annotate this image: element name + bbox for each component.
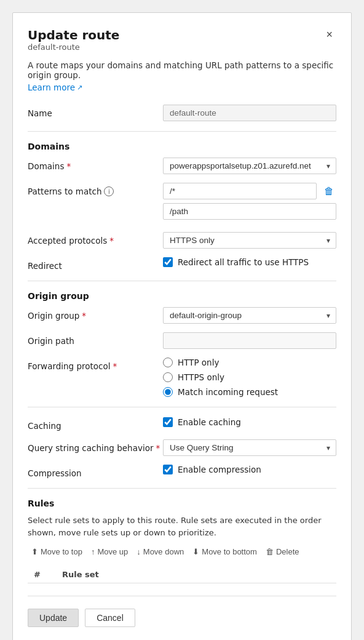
- name-label: Name: [28, 105, 163, 118]
- forwarding-match-radio[interactable]: [163, 387, 173, 397]
- forwarding-protocol-row: Forwarding protocol * HTTP only HTTPS on…: [28, 358, 336, 397]
- forwarding-protocol-control: HTTP only HTTPS only Match incoming requ…: [163, 358, 336, 397]
- origin-path-input[interactable]: [163, 332, 336, 349]
- pattern-input-2[interactable]: [163, 203, 336, 220]
- query-string-select[interactable]: Use Query String: [163, 439, 336, 456]
- panel-subtitle: default-route: [28, 42, 119, 52]
- pattern-input-1[interactable]: [163, 183, 317, 199]
- origin-path-row: Origin path: [28, 332, 336, 349]
- delete-pattern-1-button[interactable]: 🗑: [322, 185, 336, 198]
- origin-path-label: Origin path: [28, 332, 163, 346]
- enable-compression-row: Enable compression: [163, 465, 336, 474]
- origin-group-section-heading: Origin group: [28, 291, 336, 301]
- cancel-button[interactable]: Cancel: [85, 609, 135, 627]
- enable-caching-checkbox[interactable]: [163, 417, 173, 427]
- divider-1: [28, 131, 336, 132]
- panel-footer: Update Cancel: [28, 596, 336, 627]
- enable-caching-label: Enable caching: [178, 417, 241, 427]
- origin-group-required: *: [82, 311, 86, 321]
- domains-section-heading: Domains: [28, 142, 336, 151]
- query-string-label: Query string caching behavior *: [28, 439, 163, 453]
- query-string-control: Use Query String ▾: [163, 439, 336, 456]
- domains-row: Domains * powerappsportalsetup.z01.azure…: [28, 158, 336, 174]
- update-route-panel: Update route default-route × A route map…: [12, 12, 352, 640]
- patterns-label: Patterns to match i: [28, 183, 163, 196]
- compression-control: Enable compression: [163, 465, 336, 474]
- enable-compression-label: Enable compression: [178, 465, 261, 474]
- update-button[interactable]: Update: [28, 609, 79, 627]
- forwarding-https-radio[interactable]: [163, 372, 173, 382]
- forwarding-protocol-label: Forwarding protocol *: [28, 358, 163, 371]
- move-up-label: Move up: [97, 547, 128, 556]
- forwarding-radio-group: HTTP only HTTPS only Match incoming requ…: [163, 358, 336, 397]
- domains-required: *: [66, 161, 71, 171]
- divider-2: [28, 281, 336, 281]
- patterns-info-icon[interactable]: i: [104, 186, 114, 196]
- panel-header: Update route default-route ×: [28, 28, 336, 58]
- rules-section-heading: Rules: [28, 498, 336, 508]
- divider-3: [28, 407, 336, 407]
- delete-rule-icon: 🗑: [266, 547, 274, 556]
- origin-group-select[interactable]: default-origin-group: [163, 307, 336, 324]
- domains-label: Domains *: [28, 158, 163, 171]
- rules-table-header: # Rule set: [28, 566, 336, 583]
- name-row: Name: [28, 105, 336, 121]
- redirect-row: Redirect Redirect all traffic to use HTT…: [28, 257, 336, 271]
- domains-select[interactable]: powerappsportalsetup.z01.azurefd.net: [163, 158, 336, 174]
- divider-4: [28, 488, 336, 489]
- external-link-icon: ↗: [77, 84, 82, 92]
- panel-title-group: Update route default-route: [28, 28, 119, 58]
- patterns-control: 🗑: [163, 183, 336, 223]
- forwarding-http-radio[interactable]: [163, 358, 173, 367]
- origin-group-select-wrap: default-origin-group ▾: [163, 307, 336, 324]
- forwarding-https-label: HTTPS only: [178, 372, 224, 382]
- rules-description: Select rule sets to apply to this route.…: [28, 514, 336, 538]
- move-to-bottom-icon: ⬇: [192, 547, 199, 556]
- origin-group-control: default-origin-group ▾: [163, 307, 336, 324]
- panel-description: A route maps your domains and matching U…: [28, 60, 336, 80]
- origin-group-row: Origin group * default-origin-group ▾: [28, 307, 336, 324]
- move-up-button[interactable]: ↑ Move up: [87, 545, 132, 559]
- protocols-label: Accepted protocols *: [28, 232, 163, 246]
- protocols-control: HTTPS only ▾: [163, 232, 336, 249]
- move-to-top-label: Move to top: [41, 547, 82, 556]
- move-to-bottom-label: Move to bottom: [202, 547, 257, 556]
- caching-row: Caching Enable caching: [28, 417, 336, 431]
- protocols-required: *: [109, 236, 114, 246]
- delete-rule-button[interactable]: 🗑 Delete: [262, 545, 303, 559]
- move-down-button[interactable]: ↓ Move down: [133, 545, 188, 559]
- redirect-checkbox[interactable]: [163, 257, 173, 267]
- origin-group-label: Origin group *: [28, 307, 163, 321]
- forwarding-required: *: [113, 361, 117, 371]
- domains-control: powerappsportalsetup.z01.azurefd.net ▾: [163, 158, 336, 174]
- enable-caching-row: Enable caching: [163, 417, 336, 427]
- caching-label: Caching: [28, 417, 163, 431]
- forwarding-match-row: Match incoming request: [163, 387, 336, 397]
- enable-compression-checkbox[interactable]: [163, 465, 173, 474]
- redirect-control: Redirect all traffic to use HTTPS: [163, 257, 336, 267]
- pattern-row-1: 🗑: [163, 183, 336, 199]
- query-string-required: *: [156, 443, 160, 453]
- rules-col-hash: #: [34, 570, 52, 579]
- rules-section: Rules Select rule sets to apply to this …: [28, 498, 336, 583]
- learn-more-label: Learn more: [28, 82, 75, 92]
- move-to-top-icon: ⬆: [31, 547, 38, 556]
- caching-control: Enable caching: [163, 417, 336, 427]
- move-down-label: Move down: [143, 547, 184, 556]
- redirect-checkbox-row: Redirect all traffic to use HTTPS: [163, 257, 336, 267]
- move-to-top-button[interactable]: ⬆ Move to top: [28, 545, 86, 559]
- protocols-select-wrap: HTTPS only ▾: [163, 232, 336, 249]
- redirect-label: Redirect: [28, 257, 163, 271]
- close-button[interactable]: ×: [322, 28, 336, 41]
- origin-path-control: [163, 332, 336, 349]
- name-input[interactable]: [163, 105, 336, 121]
- rules-col-name: Rule set: [62, 570, 336, 579]
- forwarding-https-row: HTTPS only: [163, 372, 336, 382]
- forwarding-http-label: HTTP only: [178, 358, 219, 367]
- protocols-select[interactable]: HTTPS only: [163, 232, 336, 249]
- move-up-icon: ↑: [91, 547, 95, 556]
- rules-toolbar: ⬆ Move to top ↑ Move up ↓ Move down ⬇ Mo…: [28, 545, 336, 559]
- move-to-bottom-button[interactable]: ⬇ Move to bottom: [189, 545, 261, 559]
- learn-more-link[interactable]: Learn more ↗: [28, 82, 82, 92]
- query-string-row: Query string caching behavior * Use Quer…: [28, 439, 336, 456]
